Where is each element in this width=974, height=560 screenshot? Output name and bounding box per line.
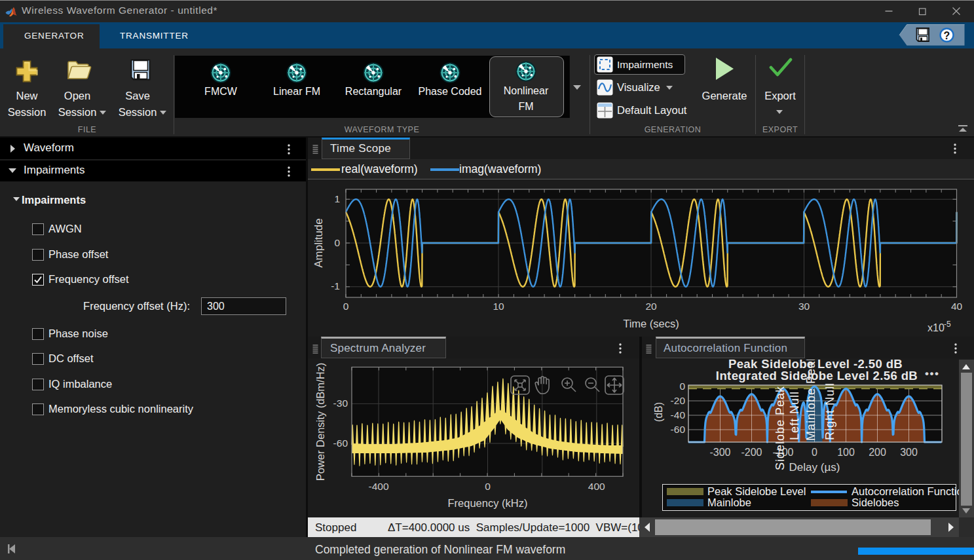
svg-text:x10: x10 [927, 322, 945, 333]
svg-text:40: 40 [951, 301, 963, 312]
svg-text:400: 400 [588, 481, 605, 492]
svg-text:Right Null: Right Null [823, 383, 836, 440]
svg-text:30: 30 [798, 301, 810, 312]
svg-text:Left Null: Left Null [788, 391, 801, 440]
svg-text:0: 0 [343, 301, 349, 312]
svg-text:Power Density (dBm/Hz): Power Density (dBm/Hz) [314, 363, 326, 481]
svg-text:-30: -30 [333, 398, 348, 409]
svg-text:0: 0 [485, 481, 491, 492]
svg-text:Sidelobe Peak: Sidelobe Peak [774, 386, 787, 470]
svg-text:10: 10 [493, 301, 504, 312]
svg-text:20: 20 [645, 301, 657, 312]
svg-text:300: 300 [900, 447, 918, 458]
svg-text:-5: -5 [944, 320, 951, 329]
svg-text:-400: -400 [368, 481, 388, 492]
svg-text:Frequency (kHz): Frequency (kHz) [448, 497, 528, 509]
svg-text:200: 200 [869, 447, 886, 458]
svg-text:?: ? [944, 30, 950, 41]
svg-text:-20: -20 [671, 395, 686, 406]
svg-text:-60: -60 [671, 424, 686, 435]
svg-text:-300: -300 [709, 447, 730, 458]
svg-text:-40: -40 [671, 409, 686, 420]
svg-text:-200: -200 [741, 447, 762, 458]
svg-text:-60: -60 [333, 438, 348, 449]
svg-text:0: 0 [812, 447, 817, 458]
svg-text:Amplitude: Amplitude [312, 218, 325, 268]
svg-text:-1: -1 [331, 280, 340, 291]
svg-text:1: 1 [334, 193, 340, 204]
svg-text:(dB): (dB) [653, 402, 664, 422]
svg-text:Time (secs): Time (secs) [623, 318, 679, 329]
svg-text:0: 0 [334, 237, 340, 248]
svg-text:100: 100 [837, 447, 855, 458]
svg-text:Delay (µs): Delay (µs) [789, 461, 840, 474]
